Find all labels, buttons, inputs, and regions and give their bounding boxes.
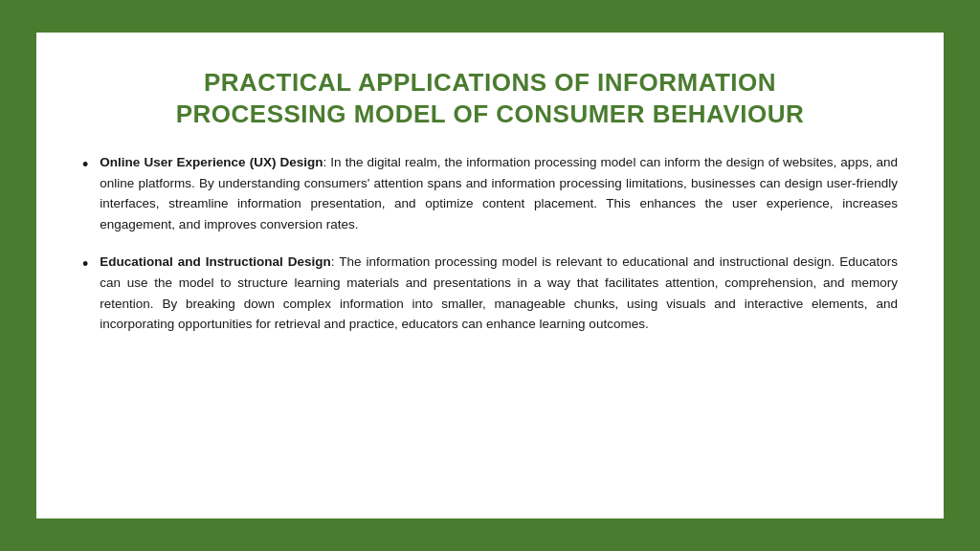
bullet-icon: • bbox=[82, 153, 88, 177]
title-line1: PRACTICAL APPLICATIONS OF INFORMATION bbox=[82, 67, 898, 99]
title-line2: PROCESSING MODEL OF CONSUMER BEHAVIOUR bbox=[82, 99, 898, 130]
bullet-icon: • bbox=[82, 253, 88, 276]
slide-title: PRACTICAL APPLICATIONS OF INFORMATION PR… bbox=[82, 67, 898, 129]
item-text-edu: Educational and Instructional Design: Th… bbox=[100, 252, 898, 334]
list-item: • Online User Experience (UX) Design: In… bbox=[82, 152, 898, 234]
item-text-ux: Online User Experience (UX) Design: In t… bbox=[100, 152, 898, 234]
content-list: • Online User Experience (UX) Design: In… bbox=[82, 152, 898, 335]
item-bold-ux: Online User Experience (UX) Design bbox=[100, 155, 323, 169]
item-bold-edu: Educational and Instructional Design bbox=[100, 254, 330, 269]
list-item: • Educational and Instructional Design: … bbox=[82, 252, 898, 334]
slide-container: PRACTICAL APPLICATIONS OF INFORMATION PR… bbox=[31, 27, 949, 524]
